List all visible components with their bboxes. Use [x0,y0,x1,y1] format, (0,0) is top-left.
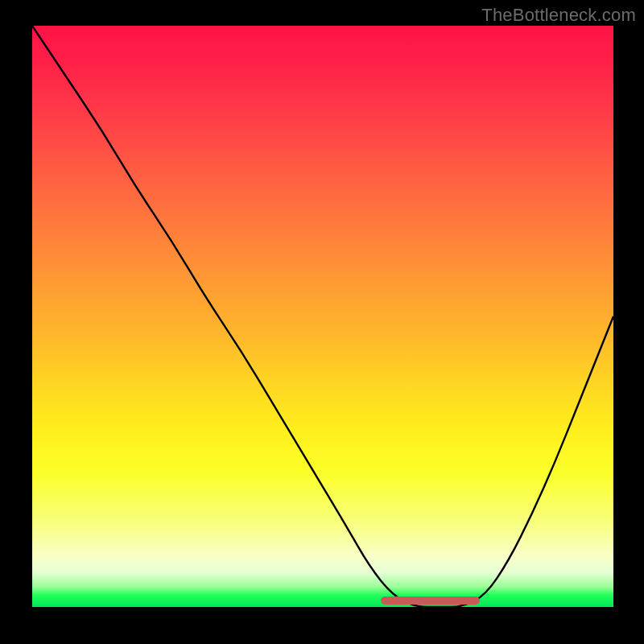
bottleneck-curve-path [32,26,613,607]
chart-curve [32,26,613,607]
chart-plot-area [32,26,613,607]
optimal-range-marker [381,597,480,605]
watermark-text: TheBottleneck.com [481,5,636,26]
